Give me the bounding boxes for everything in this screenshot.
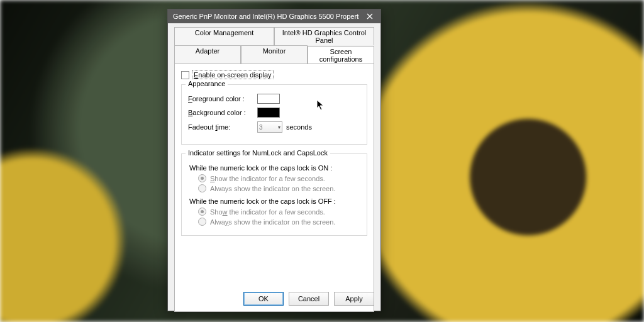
off-option-few-label: Show the indicator for a few seconds. bbox=[210, 208, 325, 216]
fadeout-combo[interactable]: 3 ▾ bbox=[257, 121, 282, 133]
tab-strip: Color Management Intel® HD Graphics Cont… bbox=[174, 27, 374, 312]
tab-screen-configurations[interactable]: Screen configurations bbox=[308, 46, 374, 64]
off-heading: While the numeric lock or the caps lock … bbox=[189, 197, 360, 205]
enable-osd-label: Enable on-screen display bbox=[192, 70, 274, 79]
fadeout-row: Fadeout time: 3 ▾ seconds bbox=[188, 121, 360, 133]
titlebar[interactable]: Generic PnP Monitor and Intel(R) HD Grap… bbox=[168, 9, 380, 23]
fadeout-unit: seconds bbox=[286, 123, 312, 131]
dialog-buttons: OK Cancel Apply bbox=[243, 292, 374, 306]
foreground-label: Foreground color : bbox=[188, 95, 257, 103]
properties-dialog: Generic PnP Monitor and Intel(R) HD Grap… bbox=[167, 9, 381, 311]
close-button[interactable] bbox=[359, 9, 380, 23]
on-heading: While the numeric lock or the caps lock … bbox=[189, 164, 360, 172]
on-option-few[interactable]: Show the indicator for a few seconds. bbox=[198, 174, 360, 182]
radio-icon bbox=[198, 208, 206, 216]
on-option-always-label: Always show the indicator on the screen. bbox=[210, 185, 335, 192]
cancel-button[interactable]: Cancel bbox=[289, 292, 329, 306]
background-label: Background color : bbox=[188, 109, 257, 116]
fadeout-value: 3 bbox=[259, 124, 263, 131]
radio-icon bbox=[198, 184, 206, 192]
tab-monitor[interactable]: Monitor bbox=[241, 45, 308, 64]
enable-osd-row: Enable on-screen display bbox=[181, 70, 367, 79]
background-color-swatch[interactable] bbox=[257, 108, 280, 118]
appearance-legend: Appearance bbox=[186, 80, 228, 87]
indicator-legend: Indicator settings for NumLock and CapsL… bbox=[186, 149, 330, 157]
off-option-always-label: Always show the indicator on the screen. bbox=[210, 218, 335, 226]
foreground-color-swatch[interactable] bbox=[257, 94, 280, 104]
foreground-row: Foreground color : bbox=[188, 94, 360, 104]
radio-icon bbox=[198, 174, 206, 182]
tab-adapter[interactable]: Adapter bbox=[174, 45, 241, 64]
tab-intel-control-panel[interactable]: Intel® HD Graphics Control Panel bbox=[274, 27, 374, 45]
enable-osd-checkbox[interactable] bbox=[181, 71, 189, 79]
close-icon bbox=[367, 13, 373, 19]
radio-icon bbox=[198, 218, 206, 226]
tab-content: Enable on-screen display Appearance Fore… bbox=[174, 64, 374, 312]
appearance-group: Appearance Foreground color : Background… bbox=[181, 84, 367, 145]
fadeout-label: Fadeout time: bbox=[188, 123, 257, 131]
on-option-few-label: Show the indicator for a few seconds. bbox=[210, 175, 325, 182]
off-option-few[interactable]: Show the indicator for a few seconds. bbox=[198, 208, 360, 216]
indicator-group: Indicator settings for NumLock and CapsL… bbox=[181, 153, 367, 236]
off-option-always[interactable]: Always show the indicator on the screen. bbox=[198, 218, 360, 226]
tab-color-management[interactable]: Color Management bbox=[174, 27, 274, 45]
background-row: Background color : bbox=[188, 108, 360, 118]
ok-button[interactable]: OK bbox=[243, 292, 284, 306]
window-title: Generic PnP Monitor and Intel(R) HD Grap… bbox=[173, 13, 359, 20]
apply-button[interactable]: Apply bbox=[334, 292, 374, 306]
on-option-always[interactable]: Always show the indicator on the screen. bbox=[198, 184, 360, 192]
chevron-down-icon: ▾ bbox=[278, 125, 280, 130]
